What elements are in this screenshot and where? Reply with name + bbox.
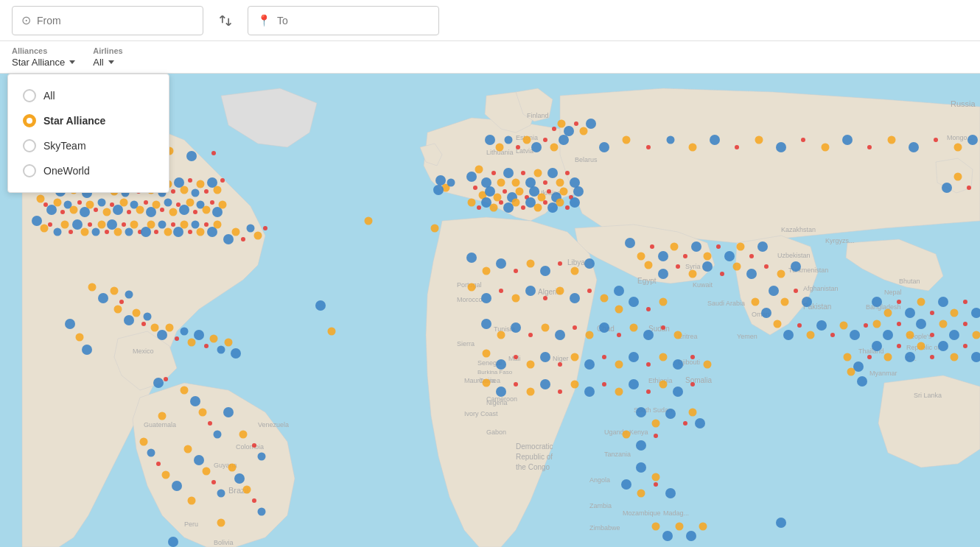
alliance-option-star[interactable]: Star Alliance [8,108,169,133]
airport-dot [643,330,654,340]
airport-dot [534,169,542,177]
airport-dot [930,355,934,359]
airport-dot [466,172,477,182]
airport-dot [930,311,934,315]
airport-dot [661,325,665,330]
alliance-option-skyteam-label: SkyTeam [43,140,86,152]
airport-dot [114,306,122,314]
to-input[interactable] [277,15,430,27]
airport-dot [188,497,196,505]
airport-dot [32,216,42,226]
airport-dot [749,254,754,258]
airport-dot [636,440,646,451]
airport-dot [683,254,687,258]
airport-dot [61,221,69,229]
svg-text:Zambia: Zambia [589,502,612,509]
airport-dot [485,135,495,145]
alliances-dropdown-button[interactable]: Star Alliance [12,57,75,68]
airport-dot [844,353,852,361]
airport-dot [746,269,757,279]
airport-dot [525,286,536,296]
airport-dot [658,251,668,261]
airport-dot [521,171,525,175]
alliance-option-oneworld[interactable]: OneWorld [8,158,169,183]
alliance-option-all[interactable]: All [8,83,169,108]
airlines-dropdown-button[interactable]: All [93,57,122,68]
airport-dot [873,320,881,328]
svg-text:Kuwait: Kuwait [693,281,713,289]
airport-dot [94,208,98,212]
airport-dot [580,127,588,135]
alliance-option-skyteam[interactable]: SkyTeam [8,133,169,158]
radio-star-inner [27,118,32,124]
airport-dot [971,352,980,362]
airport-dot [65,319,75,329]
airport-dot [652,420,660,428]
airport-dot [565,205,570,210]
airport-dot [82,345,92,355]
airport-dot [807,331,815,339]
airport-dot [70,206,78,214]
airport-dot [774,320,782,328]
airport-dot [481,319,491,329]
from-input[interactable] [37,15,194,27]
to-input-wrap: 📍 [248,6,439,35]
swap-button[interactable] [212,7,239,34]
airport-dot [733,263,741,271]
airport-dot [781,298,789,306]
svg-text:Uzbekistan: Uzbekistan [777,252,811,259]
airport-dot [503,189,507,194]
airport-dot [204,222,209,227]
airport-dot [646,362,651,367]
airport-dot [951,309,959,317]
airport-dot [645,261,653,269]
airport-dot [499,289,503,293]
airport-dot [223,234,234,244]
svg-text:Bhutan: Bhutan [899,278,920,285]
airport-dot [650,244,654,249]
airport-dot [540,379,550,389]
airport-dot [599,322,609,333]
airport-dot [674,331,682,339]
svg-text:Sierra: Sierra [457,340,475,347]
airport-dot [197,228,205,236]
airport-dot [699,523,707,531]
radio-all [23,89,36,102]
airport-dot [192,221,200,229]
airport-dot [114,228,122,236]
airport-dot [210,200,214,205]
airport-dot [473,186,477,190]
airport-dot [909,142,919,152]
airport-dot [505,136,513,144]
airport-dot [214,431,222,439]
airport-dot [867,145,872,149]
airport-dot [652,473,660,481]
airport-dot [258,453,266,461]
airport-dot [555,330,565,340]
svg-text:Niger: Niger [553,355,569,362]
airport-dot [872,297,882,307]
airport-dot [646,307,651,311]
airport-dot [225,339,233,347]
airport-dot [777,270,785,278]
airlines-filter-group: Airlines All [93,46,122,68]
radio-skyteam [23,139,36,152]
airport-dot [186,151,197,161]
airport-dot [906,331,914,339]
airport-dot [897,344,901,348]
airport-dot [689,409,697,417]
airport-dot [963,344,967,348]
airport-dot [850,330,860,340]
from-input-wrap: ⊙ [12,6,203,35]
airport-dot [949,330,959,340]
airport-dot [512,294,520,303]
airport-dot [615,361,623,369]
airport-dot [190,396,200,406]
airport-dot [72,219,83,230]
airport-dot [888,136,896,144]
airport-dot [702,261,713,272]
svg-text:Madag...: Madag... [663,509,689,517]
alliance-option-all-label: All [43,90,55,102]
airport-dot [683,421,687,426]
airport-dot [629,379,639,389]
